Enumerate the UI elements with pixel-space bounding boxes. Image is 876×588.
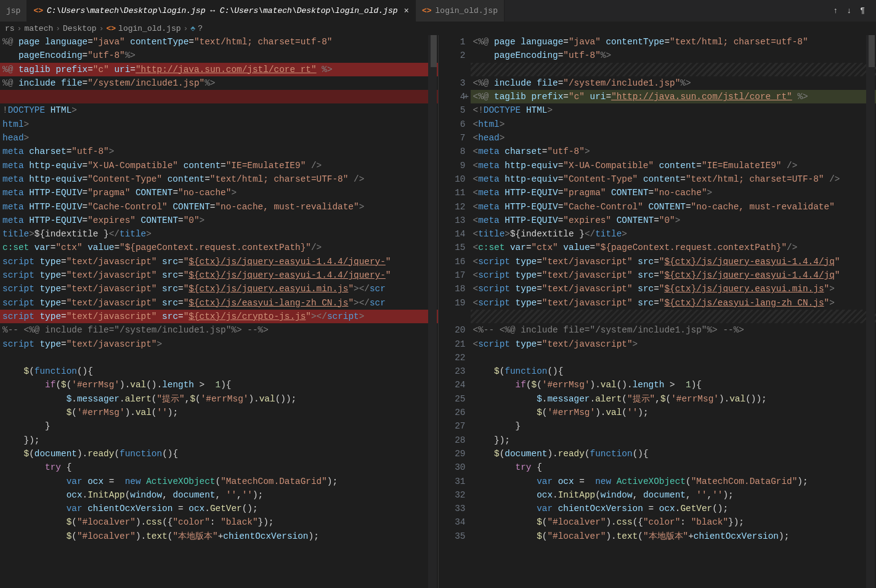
- code-text: <c:set var="ctx" value="${pageContext.re…: [473, 243, 798, 252]
- code-line[interactable]: script type="text/javascript" src="${ctx…: [0, 282, 438, 296]
- code-line[interactable]: 34 $("#localver").css({"color": "black"}…: [471, 515, 877, 529]
- code-line[interactable]: 11<meta HTTP-EQUIV="pragma" CONTENT="no-…: [471, 186, 877, 199]
- minimap-left[interactable]: [428, 35, 437, 588]
- code-line[interactable]: 31 var ocx = new ActiveXObject("MatechCo…: [471, 475, 877, 488]
- code-line[interactable]: script type="text/javascript">: [0, 337, 438, 351]
- code-line[interactable]: 4+<%@ taglib prefix="c" uri="http://java…: [471, 90, 877, 103]
- code-line[interactable]: meta HTTP-EQUIV="pragma" CONTENT="no-cac…: [0, 186, 438, 199]
- code-line[interactable]: script type="text/javascript" src="${ctx…: [0, 268, 438, 282]
- code-line[interactable]: head>: [0, 131, 438, 145]
- code-line[interactable]: });: [0, 433, 438, 447]
- code-line[interactable]: try {: [0, 461, 438, 474]
- code-line[interactable]: 27 }: [471, 419, 877, 433]
- code-text: $(function(){: [2, 366, 93, 376]
- code-line[interactable]: [471, 310, 877, 323]
- code-area-right[interactable]: 1<%@ page language="java" contentType="t…: [471, 35, 877, 543]
- code-line[interactable]: 12<meta HTTP-EQUIV="Cache-Control" CONTE…: [471, 200, 877, 214]
- code-line[interactable]: [471, 63, 877, 76]
- code-line[interactable]: meta http-equiv="X-UA-Compatible" conten…: [0, 159, 438, 172]
- code-line[interactable]: $(document).ready(function(){: [0, 447, 438, 461]
- code-line[interactable]: var ocx = new ActiveXObject("MatechCom.D…: [0, 475, 438, 488]
- code-line[interactable]: meta HTTP-EQUIV="expires" CONTENT="0">: [0, 214, 438, 227]
- code-line[interactable]: 18<script type="text/javascript" src="${…: [471, 282, 877, 296]
- code-line[interactable]: $("#localver").text("本地版本"+chientOcxVers…: [0, 530, 438, 543]
- code-line[interactable]: $("#localver").css({"color": "black"});: [0, 515, 438, 529]
- code-line[interactable]: 19<script type="text/javascript" src="${…: [471, 296, 877, 310]
- code-line[interactable]: 14<title>${indextitle }</title>: [471, 227, 877, 241]
- code-line[interactable]: 6<html>: [471, 118, 877, 131]
- code-line[interactable]: 8<meta charset="utf-8">: [471, 145, 877, 158]
- prev-diff-icon[interactable]: ↑: [833, 6, 838, 15]
- next-diff-icon[interactable]: ↓: [846, 6, 851, 15]
- code-line[interactable]: 26 $('#errMsg').val('');: [471, 406, 877, 419]
- code-line[interactable]: var chientOcxVersion = ocx.GetVer();: [0, 502, 438, 515]
- line-number: 15: [439, 241, 466, 254]
- code-line[interactable]: 13<meta HTTP-EQUIV="expires" CONTENT="0"…: [471, 214, 877, 227]
- code-line[interactable]: %@ taglib prefix="c" uri="http://java.su…: [0, 63, 438, 76]
- code-line[interactable]: %@ include file="/system/include1.jsp"%>: [0, 76, 438, 90]
- code-line[interactable]: title>${indextitle }</title>: [0, 227, 438, 241]
- code-line[interactable]: 20<%-- <%@ include file="/system/include…: [471, 323, 877, 337]
- code-line[interactable]: 5<!DOCTYPE HTML>: [471, 103, 877, 117]
- code-line[interactable]: 3<%@ include file="/system/include1.jsp"…: [471, 76, 877, 90]
- code-line[interactable]: meta HTTP-EQUIV="Cache-Control" CONTENT=…: [0, 200, 438, 214]
- code-line[interactable]: 32 ocx.InitApp(window, document, '','');: [471, 488, 877, 502]
- code-line[interactable]: html>: [0, 118, 438, 131]
- code-line[interactable]: 33 var chientOcxVersion = ocx.GetVer();: [471, 502, 877, 515]
- code-line[interactable]: meta http-equiv="Content-Type" content="…: [0, 172, 438, 186]
- code-line[interactable]: 25 $.messager.alert("提示",$('#errMsg').va…: [471, 392, 877, 406]
- tab-partial-left[interactable]: jsp: [0, 0, 27, 22]
- code-line[interactable]: !DOCTYPE HTML>: [0, 103, 438, 117]
- diff-pane-original[interactable]: %@ page language="java" contentType="tex…: [0, 35, 439, 588]
- diff-pane-modified[interactable]: 1<%@ page language="java" contentType="t…: [439, 35, 877, 588]
- code-line[interactable]: 2 pageEncoding="utf-8"%>: [471, 49, 877, 62]
- code-line[interactable]: 10<meta http-equiv="Content-Type" conten…: [471, 172, 877, 186]
- code-line[interactable]: [0, 90, 438, 103]
- code-text: ocx.InitApp(window, document, '','');: [2, 490, 263, 500]
- code-line[interactable]: %@ page language="java" contentType="tex…: [0, 35, 438, 49]
- code-line[interactable]: if($('#errMsg').val().length > 1){: [0, 378, 438, 392]
- code-line[interactable]: 21<script type="text/javascript">: [471, 337, 877, 351]
- code-line[interactable]: 23 $(function(){: [471, 364, 877, 378]
- code-line[interactable]: 17<script type="text/javascript" src="${…: [471, 268, 877, 282]
- code-area-left[interactable]: %@ page language="java" contentType="tex…: [0, 35, 438, 543]
- code-line[interactable]: %-- <%@ include file="/system/include1.j…: [0, 323, 438, 337]
- code-line[interactable]: 35 $("#localver").text("本地版本"+chientOcxV…: [471, 530, 877, 543]
- code-line[interactable]: 1<%@ page language="java" contentType="t…: [471, 35, 877, 49]
- code-line[interactable]: 7<head>: [471, 131, 877, 145]
- code-line[interactable]: ocx.InitApp(window, document, '','');: [0, 488, 438, 502]
- breadcrumb-item[interactable]: Desktop: [63, 24, 97, 33]
- code-line[interactable]: meta charset="utf-8">: [0, 145, 438, 158]
- code-line[interactable]: $(function(){: [0, 364, 438, 378]
- code-line[interactable]: [0, 351, 438, 364]
- code-text: $("#localver").text("本地版本"+chientOcxVers…: [473, 531, 790, 541]
- code-line[interactable]: 15<c:set var="ctx" value="${pageContext.…: [471, 241, 877, 254]
- code-line[interactable]: script type="text/javascript" src="${ctx…: [0, 310, 438, 323]
- code-line[interactable]: 9<meta http-equiv="X-UA-Compatible" cont…: [471, 159, 877, 172]
- code-line[interactable]: c:set var="ctx" value="${pageContext.req…: [0, 241, 438, 254]
- code-line[interactable]: 28 });: [471, 433, 877, 447]
- tab-diff-active[interactable]: <> C:\Users\matech\Desktop\login.jsp ↔ C…: [27, 0, 416, 22]
- code-line[interactable]: 29 $(document).ready(function(){: [471, 447, 877, 461]
- code-line[interactable]: 30 try {: [471, 461, 877, 474]
- line-number: 20: [439, 323, 466, 337]
- code-line[interactable]: }: [0, 419, 438, 433]
- breadcrumb-item[interactable]: login_old.jsp: [118, 24, 180, 33]
- code-line[interactable]: $.messager.alert("提示",$('#errMsg').val()…: [0, 392, 438, 406]
- breadcrumb-item[interactable]: rs: [5, 24, 15, 33]
- close-icon[interactable]: ×: [404, 6, 409, 16]
- code-line[interactable]: script type="text/javascript" src="${ctx…: [0, 255, 438, 268]
- code-line[interactable]: 22: [471, 351, 877, 364]
- code-line[interactable]: $('#errMsg').val('');: [0, 406, 438, 419]
- line-number: 3: [439, 76, 466, 90]
- breadcrumb-item[interactable]: ?: [198, 24, 203, 33]
- code-text: });: [473, 435, 510, 445]
- breadcrumb-item[interactable]: matech: [24, 24, 53, 33]
- code-line[interactable]: 24 if($('#errMsg').val().length > 1){: [471, 378, 877, 392]
- whitespace-toggle-icon[interactable]: ¶: [860, 6, 865, 15]
- minimap-right[interactable]: [866, 35, 875, 588]
- code-line[interactable]: pageEncoding="utf-8"%>: [0, 49, 438, 62]
- tab-login-old[interactable]: <> login_old.jsp: [416, 0, 505, 22]
- code-line[interactable]: script type="text/javascript" src="${ctx…: [0, 296, 438, 310]
- code-line[interactable]: 16<script type="text/javascript" src="${…: [471, 255, 877, 268]
